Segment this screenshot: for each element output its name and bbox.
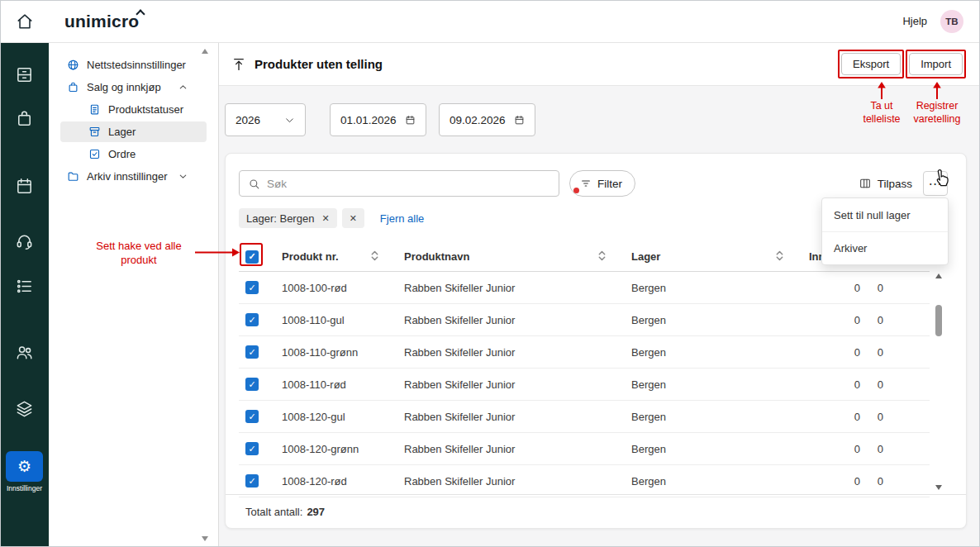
import-button[interactable]: Import bbox=[909, 53, 963, 75]
settings-button[interactable]: ⚙ bbox=[6, 451, 43, 482]
cell-value-2: 0 bbox=[860, 475, 883, 488]
cell-product-name: Rabben Skifeller Junior bbox=[404, 378, 631, 391]
sort-icon[interactable] bbox=[597, 250, 607, 264]
sidebar-item-produktstatuser[interactable]: Produktstatuser bbox=[60, 99, 207, 120]
cell-lager: Bergen bbox=[631, 282, 809, 294]
scroll-up-icon[interactable] bbox=[935, 274, 942, 278]
products-card: Filter Tilpass ⋯ Sett til null lagerArki… bbox=[225, 153, 967, 529]
user-avatar[interactable]: TB bbox=[940, 10, 963, 33]
year-select[interactable]: 2026 bbox=[225, 103, 306, 136]
search-icon bbox=[248, 178, 260, 190]
row-checkbox[interactable]: ✓ bbox=[245, 378, 259, 391]
sidebar-item-label: Nettstedsinnstillinger bbox=[87, 59, 186, 71]
clear-all-link[interactable]: Fjern alle bbox=[380, 212, 424, 225]
people-icon[interactable] bbox=[15, 343, 34, 362]
cell-product-name: Rabben Skifeller Junior bbox=[404, 282, 631, 294]
bag-icon[interactable] bbox=[15, 109, 34, 128]
topbar: unimicro Hjelp TB bbox=[0, 0, 980, 43]
row-checkbox[interactable]: ✓ bbox=[245, 313, 259, 326]
cell-product-nr: 1008-110-gul bbox=[282, 314, 404, 326]
cell-product-nr: 1008-120-rød bbox=[282, 475, 404, 488]
cell-value-1: 0 bbox=[809, 411, 860, 423]
support-icon[interactable] bbox=[15, 232, 34, 251]
cell-value-1: 0 bbox=[809, 475, 860, 488]
filter-chip: Lager: Bergen ✕ bbox=[239, 208, 337, 228]
menu-item[interactable]: Sett til null lager bbox=[822, 198, 948, 231]
sidebar-item-label: Salg og innkjøp bbox=[87, 81, 161, 93]
sort-icon[interactable] bbox=[370, 250, 379, 264]
help-link[interactable]: Hjelp bbox=[902, 15, 927, 27]
home-button[interactable] bbox=[0, 12, 49, 31]
checkbox-annotation-box bbox=[240, 243, 263, 266]
close-icon[interactable]: ✕ bbox=[321, 213, 329, 224]
globe-icon bbox=[67, 59, 79, 71]
search-input[interactable] bbox=[267, 171, 559, 196]
checkbox-annotation-arrow bbox=[195, 247, 240, 258]
import-annotation-arrow bbox=[932, 82, 942, 99]
sidebar-item-arkiv-innstillinger[interactable]: Arkiv innstillinger bbox=[60, 166, 207, 187]
table-row: ✓1008-110-grønnRabben Skifeller JuniorBe… bbox=[239, 336, 930, 369]
col-product-name[interactable]: Produktnavn bbox=[404, 250, 631, 264]
cell-lager: Bergen bbox=[631, 378, 809, 391]
scroll-down-icon[interactable] bbox=[935, 485, 942, 490]
nav-scroll-down-icon[interactable] bbox=[202, 536, 208, 541]
row-checkbox[interactable]: ✓ bbox=[245, 410, 259, 423]
cell-product-name: Rabben Skifeller Junior bbox=[404, 314, 631, 326]
sidebar-item-label: Lager bbox=[108, 126, 136, 138]
upload-icon bbox=[231, 57, 246, 72]
table-scrollbar[interactable] bbox=[933, 272, 944, 492]
gear-icon: ⚙ bbox=[17, 457, 31, 476]
cell-value-2: 0 bbox=[860, 314, 883, 326]
date-from-input[interactable]: 01.01.2026 bbox=[330, 103, 426, 136]
customize-button[interactable]: Tilpass bbox=[859, 177, 912, 190]
cell-product-nr: 1008-110-rød bbox=[282, 378, 404, 391]
cell-lager: Bergen bbox=[631, 411, 809, 423]
cell-value-1: 0 bbox=[809, 314, 860, 326]
row-checkbox[interactable]: ✓ bbox=[245, 442, 259, 455]
row-checkbox[interactable]: ✓ bbox=[245, 281, 259, 294]
table-footer: Totalt antall: 297 bbox=[226, 494, 966, 528]
layers-icon[interactable] bbox=[15, 399, 34, 418]
sidebar-item-nettstedsinnstillinger[interactable]: Nettstedsinnstillinger bbox=[60, 55, 207, 75]
table-row: ✓1008-120-rødRabben Skifeller JuniorBerg… bbox=[239, 465, 930, 497]
scrollbar-thumb[interactable] bbox=[935, 305, 942, 336]
page-header: Produkter uten telling Eksport Import bbox=[219, 43, 980, 86]
cell-value-1: 0 bbox=[809, 378, 860, 391]
table-row: ✓1008-110-rødRabben Skifeller JuniorBerg… bbox=[239, 369, 930, 401]
date-to-input[interactable]: 09.02.2026 bbox=[439, 103, 535, 136]
nav-list: NettstedsinnstillingerSalg og innkjøpPro… bbox=[49, 43, 218, 187]
nav-scroll-up-icon[interactable] bbox=[202, 49, 208, 54]
cell-lager: Bergen bbox=[631, 314, 809, 326]
row-checkbox[interactable]: ✓ bbox=[245, 474, 259, 488]
close-icon: ✕ bbox=[350, 213, 357, 224]
table-row: ✓1008-100-rødRabben Skifeller JuniorBerg… bbox=[239, 272, 930, 304]
sidebar-item-label: Produktstatuser bbox=[108, 103, 183, 116]
cabinet-icon[interactable] bbox=[15, 65, 34, 84]
tasks-icon[interactable] bbox=[15, 277, 34, 296]
sort-icon[interactable] bbox=[775, 250, 784, 264]
chevron-up-icon bbox=[178, 82, 188, 93]
sidebar-item-ordre[interactable]: Ordre bbox=[60, 144, 207, 164]
calendar-icon[interactable] bbox=[15, 177, 34, 196]
export-annotation-box: Eksport bbox=[838, 50, 904, 78]
filter-icon bbox=[580, 178, 592, 189]
filter-button[interactable]: Filter bbox=[569, 170, 635, 197]
menu-item[interactable]: Arkiver bbox=[822, 231, 948, 264]
mouse-cursor-icon bbox=[932, 169, 949, 188]
sidebar-item-salg-og-innkjop[interactable]: Salg og innkjøp bbox=[60, 77, 207, 98]
bag-icon bbox=[67, 81, 79, 93]
order-icon bbox=[88, 148, 101, 160]
products-table: ✓ Produkt nr. Produktnavn Lager Inn ✓100… bbox=[239, 242, 930, 497]
sidebar-item-lager[interactable]: Lager bbox=[60, 121, 207, 142]
col-lager[interactable]: Lager bbox=[631, 250, 809, 264]
cell-lager: Bergen bbox=[631, 475, 809, 488]
cell-value-2: 0 bbox=[860, 443, 883, 455]
export-annotation-arrow bbox=[877, 82, 887, 99]
cell-product-nr: 1008-120-gul bbox=[282, 411, 404, 423]
row-checkbox[interactable]: ✓ bbox=[245, 345, 259, 359]
col-product-nr[interactable]: Produkt nr. bbox=[282, 250, 404, 264]
clear-chip[interactable]: ✕ bbox=[342, 208, 364, 228]
cell-product-name: Rabben Skifeller Junior bbox=[404, 475, 631, 488]
export-button[interactable]: Eksport bbox=[841, 53, 901, 75]
cell-product-nr: 1008-110-grønn bbox=[282, 346, 404, 359]
